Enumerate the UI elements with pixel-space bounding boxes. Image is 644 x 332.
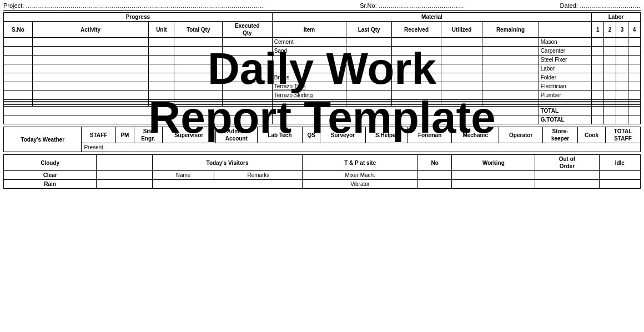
- supervisor-label: Supervisor: [162, 127, 215, 143]
- staff-table: Today's Weather STAFF PM SiteEngr. Super…: [3, 127, 641, 152]
- bottom-section: Today's Weather STAFF PM SiteEngr. Super…: [3, 127, 641, 189]
- pm-label: PM: [115, 127, 134, 143]
- total-staff-label: TOTALSTAFF: [606, 127, 641, 143]
- col-total-qty: Total Qty: [174, 22, 223, 38]
- staff-present-row: Present: [4, 143, 641, 152]
- cook-label: Cook: [577, 127, 605, 143]
- working-label: Working: [452, 155, 535, 171]
- table-row: Bricks Folder: [4, 73, 641, 82]
- labor-role-carpenter: Carpenter: [539, 47, 592, 56]
- no-label: No: [418, 155, 452, 171]
- material-item-sand: Sand: [272, 47, 346, 56]
- project-label: Project: ……………………………………………………………………………………: [3, 2, 264, 9]
- col-executed-qty: ExecutedQty: [222, 22, 272, 38]
- col-unit: Unit: [149, 22, 174, 38]
- labor-role-mason: Mason: [539, 38, 592, 47]
- srno-label: Sr.No: ……………………………………: [360, 2, 464, 9]
- page-container: Project: ……………………………………………………………………………………: [0, 0, 644, 332]
- col-labor-2: 2: [604, 22, 616, 38]
- material-section-header: Material: [272, 13, 592, 22]
- site-engr-label: SiteEngr.: [134, 127, 162, 143]
- col-remaining: Remaining: [482, 22, 539, 38]
- col-labor-1: 1: [592, 22, 604, 38]
- table-row: Terrazo Skirting Plumber: [4, 91, 641, 100]
- total-row: TOTAL: [4, 107, 641, 115]
- name-label: Name: [152, 171, 214, 180]
- visitors-row-3: Rain Vibrator: [4, 180, 641, 189]
- header-row: Project: ……………………………………………………………………………………: [3, 2, 641, 11]
- table-row: Terrazo Tiles Electrician: [4, 82, 641, 91]
- material-item-terrazo-skirting: Terrazo Skirting: [272, 91, 346, 100]
- col-received: Received: [392, 22, 441, 38]
- col-utilized: Utilized: [441, 22, 482, 38]
- cloudy-label: Cloudy: [4, 155, 97, 171]
- material-item-bricks: Bricks: [272, 73, 346, 82]
- surveyor-label: Surveyor: [320, 127, 365, 143]
- labor-role-plumber: Plumber: [539, 91, 592, 100]
- col-last-qty: Last Qty: [346, 22, 392, 38]
- shelper-label: S.Helper: [365, 127, 407, 143]
- tp-at-site-label: T & P at site: [303, 155, 418, 171]
- foreman-label: Foreman: [408, 127, 452, 143]
- labor-section-header: Labor: [592, 13, 641, 22]
- idle-label: Idle: [599, 155, 640, 171]
- main-table: Progress Material Labor S.No Activity Un…: [3, 12, 641, 124]
- visitors-label: Today's Visitors: [152, 155, 303, 171]
- table-row: Cement Mason: [4, 38, 641, 47]
- material-item-terrazo-tiles: Terrazo Tiles: [272, 82, 346, 91]
- table-row: Steel Fixer: [4, 56, 641, 64]
- mechanic-label: Mechanic: [452, 127, 499, 143]
- labor-role-steel-fixer: Steel Fixer: [539, 56, 592, 64]
- labor-role-labor: Labor: [539, 64, 592, 73]
- gtotal-label: G.TOTAL: [539, 115, 592, 124]
- out-of-order-label: Out ofOrder: [535, 155, 599, 171]
- remarks-label: Remarks: [214, 171, 303, 180]
- present-label: Present: [82, 143, 641, 152]
- col-activity: Activity: [32, 22, 148, 38]
- admin-account-label: Admin/Account: [215, 127, 257, 143]
- col-item: Item: [272, 22, 346, 38]
- clear-label: Clear: [4, 171, 97, 180]
- col-labor-3: 3: [616, 22, 628, 38]
- visitors-row-2: Clear Name Remarks Mixer Mach.: [4, 171, 641, 180]
- mixer-mach-label: Mixer Mach.: [303, 171, 418, 180]
- gtotal-row: G.TOTAL: [4, 115, 641, 124]
- col-sno: S.No: [4, 22, 33, 38]
- staff-label: STAFF: [82, 127, 115, 143]
- storekeeper-label: Store-keeper: [543, 127, 577, 143]
- table-row: Sand Carpenter: [4, 47, 641, 56]
- qs-label: QS: [302, 127, 320, 143]
- lab-tech-label: Lab Tech: [258, 127, 303, 143]
- col-labor-role: [539, 22, 592, 38]
- operator-label: Operator: [499, 127, 543, 143]
- total-label: TOTAL: [539, 107, 592, 115]
- staff-header-row: Today's Weather STAFF PM SiteEngr. Super…: [4, 127, 641, 143]
- dated-label: Dated: …………………………: [560, 2, 641, 9]
- visitors-table: Cloudy Today's Visitors T & P at site No…: [3, 154, 641, 189]
- visitors-row-1: Cloudy Today's Visitors T & P at site No…: [4, 155, 641, 171]
- vibrator-label: Vibrator: [303, 180, 418, 189]
- table-row: Labor: [4, 64, 641, 73]
- col-labor-4: 4: [628, 22, 640, 38]
- labor-role-folder: Folder: [539, 73, 592, 82]
- today-weather-label: Today's Weather: [4, 127, 82, 152]
- progress-section-header: Progress: [4, 13, 273, 22]
- labor-role-electrician: Electrician: [539, 82, 592, 91]
- rain-label: Rain: [4, 180, 97, 189]
- material-item-cement: Cement: [272, 38, 346, 47]
